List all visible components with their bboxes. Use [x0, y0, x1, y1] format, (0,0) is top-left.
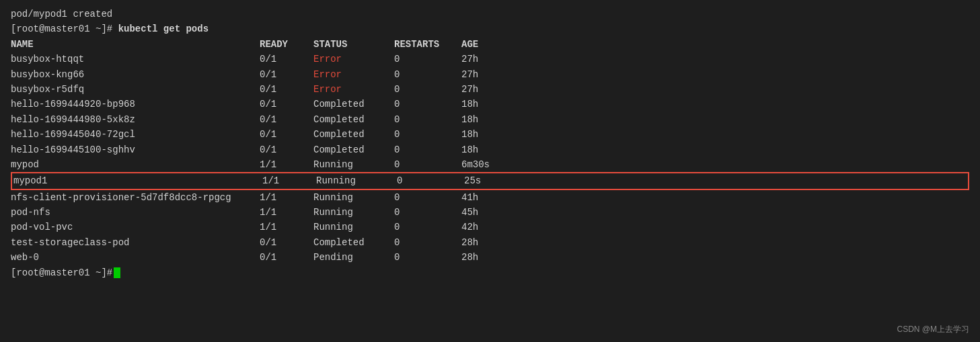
command-line: [root@master01 ~]# kubectl get pods	[11, 22, 969, 36]
pod-restarts: 0	[394, 250, 461, 265]
pod-name: mypod1	[13, 173, 262, 188]
pod-age: 18h	[461, 112, 515, 127]
pod-status: Completed	[313, 142, 394, 157]
pod-status: Completed	[313, 97, 394, 112]
watermark: CSDN @M上去学习	[897, 324, 969, 335]
header-name: NAME	[11, 37, 260, 52]
pod-age: 41h	[461, 190, 515, 205]
table-row: busybox-kng66 0/1 Error 0 27h	[11, 67, 969, 82]
header-ready: READY	[260, 37, 313, 52]
pod-status: Error	[313, 67, 394, 82]
table-header: NAME READY STATUS RESTARTS AGE	[11, 37, 969, 52]
pod-restarts: 0	[394, 67, 461, 82]
pod-restarts: 0	[394, 220, 461, 234]
prompt-text: [root@master01 ~]#	[11, 265, 112, 280]
pod-ready: 0/1	[260, 250, 313, 265]
pod-restarts: 0	[394, 190, 461, 205]
pod-name: pod-vol-pvc	[11, 220, 260, 234]
pod-status: Running	[316, 173, 397, 188]
table-row: nfs-client-provisioner-5d7df8dcc8-rpgcg …	[11, 190, 969, 205]
pod-ready: 1/1	[260, 220, 313, 234]
pod-name: web-0	[11, 250, 260, 265]
header-status: STATUS	[313, 37, 394, 52]
pod-ready: 1/1	[260, 205, 313, 220]
table-row: hello-1699444920-bp968 0/1 Completed 0 1…	[11, 97, 969, 112]
pod-age: 18h	[461, 127, 515, 142]
pod-age: 18h	[461, 97, 515, 112]
pod-ready: 1/1	[260, 157, 313, 172]
table-row: busybox-r5dfq 0/1 Error 0 27h	[11, 82, 969, 97]
pod-age: 27h	[461, 52, 515, 67]
pod-name: mypod	[11, 157, 260, 172]
pod-ready: 0/1	[260, 97, 313, 112]
pod-age: 45h	[461, 205, 515, 220]
pod-age: 27h	[461, 67, 515, 82]
pod-ready: 1/1	[260, 190, 313, 205]
pod-ready: 0/1	[260, 112, 313, 127]
table-row: pod-vol-pvc 1/1 Running 0 42h	[11, 220, 969, 234]
pod-age: 25s	[464, 173, 518, 188]
pod-restarts: 0	[394, 52, 461, 67]
table-row: hello-1699445040-72gcl 0/1 Completed 0 1…	[11, 127, 969, 142]
pod-name: test-storageclass-pod	[11, 235, 260, 250]
pod-restarts: 0	[394, 235, 461, 250]
pod-status: Running	[313, 157, 394, 172]
table-row: mypod 1/1 Running 0 6m30s	[11, 157, 969, 172]
table-row: mypod1 1/1 Running 0 25s	[11, 172, 969, 189]
pod-table: busybox-htqqt 0/1 Error 0 27h busybox-kn…	[11, 52, 969, 265]
pod-restarts: 0	[394, 205, 461, 220]
pod-status: Completed	[313, 127, 394, 142]
pod-name: hello-1699445100-sghhv	[11, 142, 260, 157]
table-row: pod-nfs 1/1 Running 0 45h	[11, 205, 969, 220]
pod-ready: 1/1	[262, 173, 316, 188]
pod-ready: 0/1	[260, 142, 313, 157]
pod-ready: 0/1	[260, 82, 313, 97]
table-row: hello-1699445100-sghhv 0/1 Completed 0 1…	[11, 142, 969, 157]
pod-status: Completed	[313, 235, 394, 250]
pod-age: 27h	[461, 82, 515, 97]
pod-restarts: 0	[394, 97, 461, 112]
header-restarts: RESTARTS	[394, 37, 461, 52]
pod-name: busybox-kng66	[11, 67, 260, 82]
pod-restarts: 0	[394, 82, 461, 97]
table-row: hello-1699444980-5xk8z 0/1 Completed 0 1…	[11, 112, 969, 127]
pod-status: Completed	[313, 112, 394, 127]
pod-status: Running	[313, 220, 394, 234]
pod-restarts: 0	[394, 112, 461, 127]
pod-age: 28h	[461, 235, 515, 250]
pod-restarts: 0	[397, 173, 464, 188]
pod-status: Error	[313, 52, 394, 67]
pod-restarts: 0	[394, 142, 461, 157]
table-row: web-0 0/1 Pending 0 28h	[11, 250, 969, 265]
pod-status: Running	[313, 190, 394, 205]
intro-line: pod/mypod1 created	[11, 7, 969, 22]
pod-ready: 0/1	[260, 52, 313, 67]
pod-name: hello-1699444920-bp968	[11, 97, 260, 112]
pod-ready: 0/1	[260, 127, 313, 142]
pod-name: pod-nfs	[11, 205, 260, 220]
terminal-window: pod/mypod1 created [root@master01 ~]# ku…	[0, 0, 980, 342]
pod-age: 6m30s	[461, 157, 515, 172]
table-row: test-storageclass-pod 0/1 Completed 0 28…	[11, 235, 969, 250]
pod-ready: 0/1	[260, 235, 313, 250]
pod-status: Pending	[313, 250, 394, 265]
pod-restarts: 0	[394, 157, 461, 172]
cursor	[114, 267, 120, 278]
pod-status: Running	[313, 205, 394, 220]
pod-name: hello-1699444980-5xk8z	[11, 112, 260, 127]
pod-name: busybox-r5dfq	[11, 82, 260, 97]
pod-restarts: 0	[394, 127, 461, 142]
table-row: busybox-htqqt 0/1 Error 0 27h	[11, 52, 969, 67]
pod-status: Error	[313, 82, 394, 97]
pod-ready: 0/1	[260, 67, 313, 82]
pod-age: 18h	[461, 142, 515, 157]
pod-name: hello-1699445040-72gcl	[11, 127, 260, 142]
pod-age: 42h	[461, 220, 515, 234]
pod-name: nfs-client-provisioner-5d7df8dcc8-rpgcg	[11, 190, 260, 205]
pod-name: busybox-htqqt	[11, 52, 260, 67]
pod-age: 28h	[461, 250, 515, 265]
header-age: AGE	[461, 37, 515, 52]
prompt-line: [root@master01 ~]#	[11, 265, 969, 280]
